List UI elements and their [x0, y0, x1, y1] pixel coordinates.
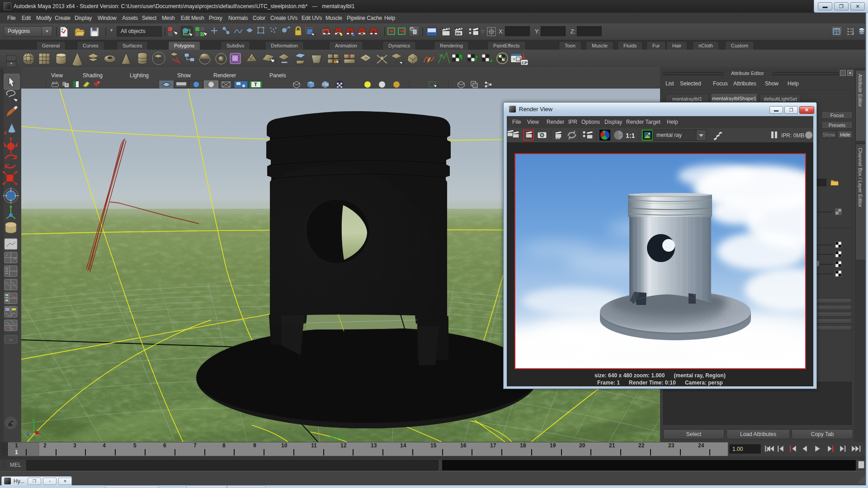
svg-text:20: 20 [579, 442, 585, 449]
svg-text:4: 4 [103, 442, 106, 449]
svg-text:16: 16 [460, 442, 467, 449]
svg-text:11: 11 [311, 442, 317, 449]
svg-text:21: 21 [609, 442, 615, 449]
svg-text:T: T [254, 82, 257, 87]
svg-text:z: z [27, 431, 29, 436]
svg-text:+: + [98, 81, 99, 84]
svg-text:persp: persp [330, 434, 344, 440]
svg-text:7: 7 [193, 442, 197, 449]
svg-text:13: 13 [371, 442, 377, 449]
svg-text:3: 3 [73, 442, 76, 449]
svg-text:1:1: 1:1 [626, 132, 635, 139]
svg-text:IPR: IPR [556, 137, 561, 140]
svg-text:8: 8 [222, 442, 226, 449]
svg-text:18: 18 [520, 442, 526, 449]
svg-text:15: 15 [430, 442, 437, 449]
svg-text:24: 24 [698, 442, 704, 449]
svg-text:19: 19 [550, 442, 556, 449]
svg-text:y: y [32, 417, 35, 422]
svg-text:12: 12 [340, 442, 347, 449]
svg-text:6: 6 [163, 442, 166, 449]
svg-text:1: 1 [15, 442, 18, 449]
svg-text:CP: CP [522, 61, 528, 65]
svg-text:2: 2 [43, 442, 47, 449]
svg-text:IPR: IPR [456, 32, 461, 35]
svg-text:1: 1 [15, 449, 18, 455]
svg-text:14: 14 [400, 442, 406, 449]
svg-text:23: 23 [668, 442, 675, 449]
svg-text:5: 5 [133, 442, 137, 449]
svg-text:9: 9 [253, 442, 256, 449]
svg-text:22: 22 [638, 442, 645, 449]
svg-text:1.00: 1.00 [732, 446, 743, 452]
svg-text:17: 17 [490, 442, 496, 449]
svg-text:10: 10 [281, 442, 288, 449]
svg-text:mental ray: mental ray [656, 132, 682, 138]
svg-text:IPR: 0MB: IPR: 0MB [781, 132, 804, 139]
